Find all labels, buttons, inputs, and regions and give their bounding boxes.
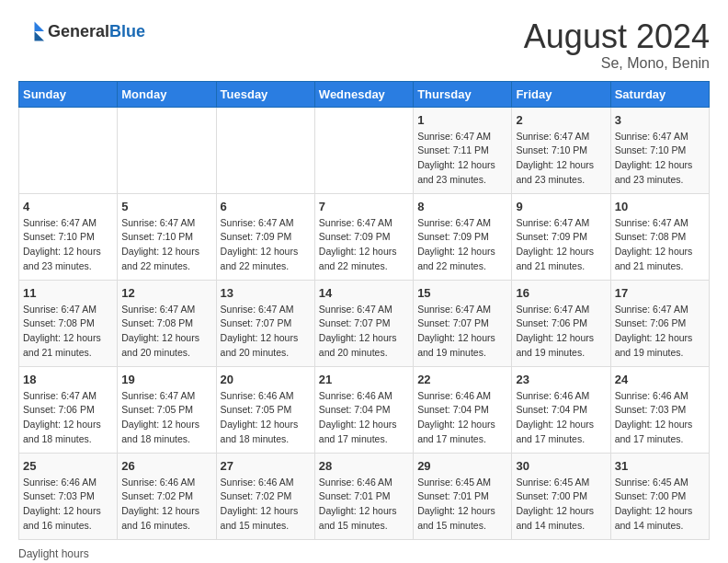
- day-info: Sunrise: 6:47 AM Sunset: 7:10 PM Dayligh…: [516, 130, 606, 188]
- header-cell-tuesday: Tuesday: [216, 81, 314, 107]
- day-info: Sunrise: 6:47 AM Sunset: 7:08 PM Dayligh…: [23, 303, 113, 361]
- day-number: 1: [417, 113, 507, 127]
- day-cell: [216, 107, 314, 193]
- location-title: Se, Mono, Benin: [524, 55, 710, 72]
- day-cell: 4Sunrise: 6:47 AM Sunset: 7:10 PM Daylig…: [19, 193, 118, 280]
- day-number: 9: [516, 200, 606, 213]
- day-cell: 9Sunrise: 6:47 AM Sunset: 7:09 PM Daylig…: [512, 193, 610, 280]
- day-number: 22: [417, 373, 507, 386]
- day-cell: [118, 107, 216, 193]
- logo-general: General: [48, 22, 109, 40]
- day-number: 20: [221, 373, 311, 386]
- logo-blue: Blue: [109, 22, 145, 40]
- svg-marker-0: [35, 22, 45, 32]
- week-row-4: 18Sunrise: 6:47 AM Sunset: 7:06 PM Dayli…: [19, 366, 710, 453]
- day-info: Sunrise: 6:47 AM Sunset: 7:06 PM Dayligh…: [615, 303, 705, 361]
- day-info: Sunrise: 6:47 AM Sunset: 7:10 PM Dayligh…: [615, 130, 705, 188]
- day-info: Sunrise: 6:47 AM Sunset: 7:10 PM Dayligh…: [121, 216, 211, 274]
- day-info: Sunrise: 6:47 AM Sunset: 7:06 PM Dayligh…: [516, 303, 606, 361]
- header-cell-wednesday: Wednesday: [314, 81, 413, 107]
- day-info: Sunrise: 6:46 AM Sunset: 7:03 PM Dayligh…: [23, 476, 113, 534]
- day-number: 6: [221, 200, 311, 213]
- day-number: 28: [319, 459, 409, 473]
- day-cell: 11Sunrise: 6:47 AM Sunset: 7:08 PM Dayli…: [19, 280, 118, 366]
- day-cell: 12Sunrise: 6:47 AM Sunset: 7:08 PM Dayli…: [118, 280, 216, 366]
- day-cell: [314, 107, 413, 193]
- day-info: Sunrise: 6:47 AM Sunset: 7:08 PM Dayligh…: [615, 216, 705, 274]
- day-cell: 15Sunrise: 6:47 AM Sunset: 7:07 PM Dayli…: [414, 280, 512, 366]
- day-cell: 22Sunrise: 6:46 AM Sunset: 7:04 PM Dayli…: [414, 366, 512, 453]
- day-number: 3: [615, 113, 705, 127]
- day-cell: 29Sunrise: 6:45 AM Sunset: 7:01 PM Dayli…: [414, 453, 512, 539]
- day-info: Sunrise: 6:47 AM Sunset: 7:09 PM Dayligh…: [417, 216, 507, 274]
- day-number: 27: [221, 459, 311, 473]
- day-cell: 16Sunrise: 6:47 AM Sunset: 7:06 PM Dayli…: [512, 280, 610, 366]
- day-number: 29: [417, 459, 507, 473]
- day-cell: 23Sunrise: 6:46 AM Sunset: 7:04 PM Dayli…: [512, 366, 610, 453]
- day-info: Sunrise: 6:47 AM Sunset: 7:07 PM Dayligh…: [221, 303, 311, 361]
- day-cell: 27Sunrise: 6:46 AM Sunset: 7:02 PM Dayli…: [216, 453, 314, 539]
- day-info: Sunrise: 6:47 AM Sunset: 7:09 PM Dayligh…: [319, 216, 409, 274]
- day-info: Sunrise: 6:46 AM Sunset: 7:03 PM Dayligh…: [615, 389, 705, 447]
- day-cell: 1Sunrise: 6:47 AM Sunset: 7:11 PM Daylig…: [414, 107, 512, 193]
- day-number: 17: [615, 286, 705, 300]
- week-row-3: 11Sunrise: 6:47 AM Sunset: 7:08 PM Dayli…: [19, 280, 710, 366]
- day-number: 18: [23, 373, 113, 386]
- day-cell: 31Sunrise: 6:45 AM Sunset: 7:00 PM Dayli…: [610, 453, 709, 539]
- day-number: 10: [615, 200, 705, 213]
- day-number: 12: [121, 286, 211, 300]
- day-cell: 8Sunrise: 6:47 AM Sunset: 7:09 PM Daylig…: [414, 193, 512, 280]
- day-number: 31: [615, 459, 705, 473]
- day-info: Sunrise: 6:46 AM Sunset: 7:05 PM Dayligh…: [221, 389, 311, 447]
- day-cell: 28Sunrise: 6:46 AM Sunset: 7:01 PM Dayli…: [314, 453, 413, 539]
- day-info: Sunrise: 6:47 AM Sunset: 7:08 PM Dayligh…: [121, 303, 211, 361]
- day-info: Sunrise: 6:47 AM Sunset: 7:11 PM Dayligh…: [417, 130, 507, 188]
- day-info: Sunrise: 6:47 AM Sunset: 7:07 PM Dayligh…: [319, 303, 409, 361]
- calendar-header: SundayMondayTuesdayWednesdayThursdayFrid…: [19, 81, 710, 107]
- day-cell: 17Sunrise: 6:47 AM Sunset: 7:06 PM Dayli…: [610, 280, 709, 366]
- header-cell-sunday: Sunday: [19, 81, 118, 107]
- header-cell-saturday: Saturday: [610, 81, 709, 107]
- day-number: 26: [121, 459, 211, 473]
- day-cell: [19, 107, 118, 193]
- day-cell: 3Sunrise: 6:47 AM Sunset: 7:10 PM Daylig…: [610, 107, 709, 193]
- day-cell: 5Sunrise: 6:47 AM Sunset: 7:10 PM Daylig…: [118, 193, 216, 280]
- day-number: 19: [121, 373, 211, 386]
- day-cell: 6Sunrise: 6:47 AM Sunset: 7:09 PM Daylig…: [216, 193, 314, 280]
- day-number: 16: [516, 286, 606, 300]
- page-header: GeneralBlue August 2024 Se, Mono, Benin: [18, 18, 710, 72]
- day-cell: 2Sunrise: 6:47 AM Sunset: 7:10 PM Daylig…: [512, 107, 610, 193]
- day-info: Sunrise: 6:46 AM Sunset: 7:01 PM Dayligh…: [319, 476, 409, 534]
- month-year-title: August 2024: [524, 18, 710, 55]
- day-cell: 18Sunrise: 6:47 AM Sunset: 7:06 PM Dayli…: [19, 366, 118, 453]
- day-info: Sunrise: 6:46 AM Sunset: 7:04 PM Dayligh…: [319, 389, 409, 447]
- day-number: 14: [319, 286, 409, 300]
- day-cell: 30Sunrise: 6:45 AM Sunset: 7:00 PM Dayli…: [512, 453, 610, 539]
- logo: GeneralBlue: [18, 18, 145, 44]
- calendar-table: SundayMondayTuesdayWednesdayThursdayFrid…: [18, 81, 710, 540]
- day-cell: 19Sunrise: 6:47 AM Sunset: 7:05 PM Dayli…: [118, 366, 216, 453]
- daylight-legend: Daylight hours: [18, 547, 89, 560]
- header-cell-thursday: Thursday: [414, 81, 512, 107]
- day-number: 11: [23, 286, 113, 300]
- day-number: 5: [121, 200, 211, 213]
- day-info: Sunrise: 6:46 AM Sunset: 7:02 PM Dayligh…: [221, 476, 311, 534]
- header-cell-monday: Monday: [118, 81, 216, 107]
- day-cell: 26Sunrise: 6:46 AM Sunset: 7:02 PM Dayli…: [118, 453, 216, 539]
- day-cell: 21Sunrise: 6:46 AM Sunset: 7:04 PM Dayli…: [314, 366, 413, 453]
- header-cell-friday: Friday: [512, 81, 610, 107]
- day-cell: 14Sunrise: 6:47 AM Sunset: 7:07 PM Dayli…: [314, 280, 413, 366]
- day-number: 15: [417, 286, 507, 300]
- title-block: August 2024 Se, Mono, Benin: [524, 18, 710, 72]
- header-row: SundayMondayTuesdayWednesdayThursdayFrid…: [19, 81, 710, 107]
- day-number: 7: [319, 200, 409, 213]
- logo-text: GeneralBlue: [48, 22, 145, 41]
- day-number: 8: [417, 200, 507, 213]
- calendar-body: 1Sunrise: 6:47 AM Sunset: 7:11 PM Daylig…: [19, 107, 710, 539]
- day-info: Sunrise: 6:46 AM Sunset: 7:04 PM Dayligh…: [516, 389, 606, 447]
- day-number: 30: [516, 459, 606, 473]
- day-cell: 24Sunrise: 6:46 AM Sunset: 7:03 PM Dayli…: [610, 366, 709, 453]
- day-cell: 13Sunrise: 6:47 AM Sunset: 7:07 PM Dayli…: [216, 280, 314, 366]
- day-info: Sunrise: 6:45 AM Sunset: 7:01 PM Dayligh…: [417, 476, 507, 534]
- logo-icon: [18, 18, 44, 44]
